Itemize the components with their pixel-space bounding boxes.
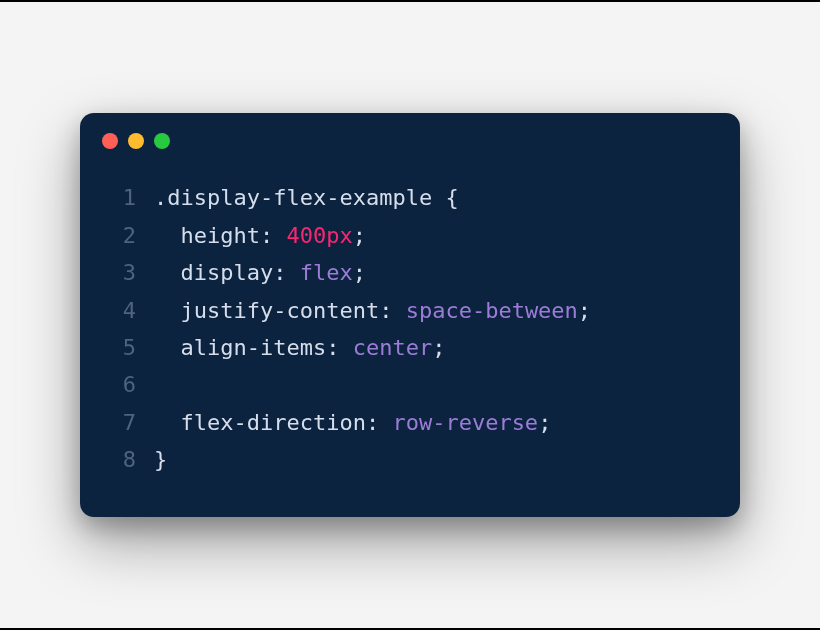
line-number: 7 (110, 404, 154, 441)
token-prop: flex-direction (180, 410, 365, 435)
line-number: 2 (110, 217, 154, 254)
code-line: 1.display-flex-example { (110, 179, 710, 216)
code-line: 6 (110, 366, 710, 403)
line-number: 5 (110, 329, 154, 366)
token-value: row-reverse (392, 410, 538, 435)
indent (154, 254, 180, 291)
code-line: 3 display: flex; (110, 254, 710, 291)
line-content: height: 400px; (154, 217, 366, 254)
window-titlebar (80, 113, 740, 159)
indent (154, 404, 180, 441)
token-punct: ; (432, 335, 445, 360)
indent (154, 329, 180, 366)
token-punct: : (326, 335, 353, 360)
token-punct: ; (578, 298, 591, 323)
code-line: 5 align-items: center; (110, 329, 710, 366)
code-line: 2 height: 400px; (110, 217, 710, 254)
token-prop: align-items (180, 335, 326, 360)
line-content: display: flex; (154, 254, 366, 291)
line-content: align-items: center; (154, 329, 445, 366)
token-selector: .display-flex-example (154, 185, 445, 210)
token-value: flex (300, 260, 353, 285)
token-prop: display (180, 260, 273, 285)
line-number: 3 (110, 254, 154, 291)
token-punct: ; (353, 223, 366, 248)
line-content: justify-content: space-between; (154, 292, 591, 329)
token-punct: } (154, 447, 167, 472)
token-punct: : (379, 298, 406, 323)
token-punct: : (260, 223, 287, 248)
token-punct: { (445, 185, 458, 210)
line-number: 8 (110, 441, 154, 478)
line-content: } (154, 441, 167, 478)
token-punct: ; (538, 410, 551, 435)
code-line: 7 flex-direction: row-reverse; (110, 404, 710, 441)
token-punct: : (366, 410, 393, 435)
code-line: 4 justify-content: space-between; (110, 292, 710, 329)
minimize-icon[interactable] (128, 133, 144, 149)
token-value: space-between (406, 298, 578, 323)
line-content: .display-flex-example { (154, 179, 459, 216)
line-content: flex-direction: row-reverse; (154, 404, 551, 441)
line-number: 6 (110, 366, 154, 403)
code-window: 1.display-flex-example {2 height: 400px;… (80, 113, 740, 516)
token-value: center (353, 335, 432, 360)
code-line: 8} (110, 441, 710, 478)
maximize-icon[interactable] (154, 133, 170, 149)
line-number: 4 (110, 292, 154, 329)
token-number: 400px (286, 223, 352, 248)
token-punct: : (273, 260, 300, 285)
line-number: 1 (110, 179, 154, 216)
indent (154, 292, 180, 329)
token-prop: height (180, 223, 259, 248)
token-punct: ; (353, 260, 366, 285)
token-prop: justify-content (180, 298, 379, 323)
close-icon[interactable] (102, 133, 118, 149)
indent (154, 217, 180, 254)
code-area: 1.display-flex-example {2 height: 400px;… (80, 159, 740, 478)
